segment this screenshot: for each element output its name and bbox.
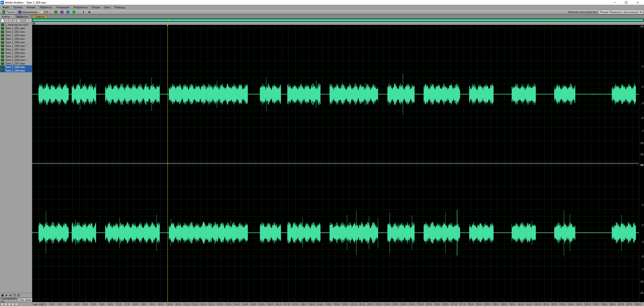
window-maximize-button[interactable] (620, 0, 632, 5)
db-label: -2 (641, 224, 643, 227)
time-tick: 17.5 (292, 302, 292, 306)
window-minimize-button[interactable] (609, 0, 620, 5)
time-tick: 27.0 (451, 302, 451, 306)
view-pan-button[interactable] (65, 10, 71, 14)
show-markers-button[interactable] (15, 303, 18, 306)
file-row[interactable]: Трек 1_008.wav (0, 51, 32, 55)
workspace-label: Рабочее пространство: (568, 11, 598, 14)
preview-autoplay-button[interactable] (9, 294, 12, 297)
tool-marquee-button[interactable] (87, 10, 92, 14)
file-name: Трек 2_008.wav (5, 65, 25, 69)
file-row[interactable]: Трек 2_008.wav (0, 65, 32, 69)
time-tick: 21.0 (350, 302, 351, 306)
file-row[interactable]: Трек 1_002.wav (0, 30, 32, 33)
view-waveform-button[interactable] (53, 10, 59, 14)
window-close-button[interactable] (632, 0, 643, 5)
file-name: Трек 1_008.wav (5, 51, 25, 54)
menu-эффекты[interactable]: Эффекты (37, 5, 54, 9)
file-row[interactable]: Трек 1_001.wav (0, 26, 32, 30)
view-phase-button[interactable] (71, 10, 77, 14)
time-tick: 31.0 (518, 302, 518, 306)
files-close-button[interactable]: ✕ (5, 19, 8, 22)
tool-time-select-button[interactable] (81, 10, 86, 14)
tab-main[interactable]: Главное (32, 15, 47, 18)
panel-tab-close-icon[interactable]: × (11, 15, 12, 18)
menu-правка[interactable]: Правка (11, 5, 25, 9)
time-tick: 19.0 (317, 302, 317, 306)
show-video-button[interactable] (8, 303, 11, 306)
navigator-strip[interactable] (32, 22, 644, 25)
time-tick: 15.5 (259, 302, 259, 306)
time-tick: 6.0 (100, 302, 100, 306)
files-options-button[interactable]: ⋯ (17, 19, 20, 22)
time-tick: 27.5 (459, 302, 459, 306)
time-tick: 28.5 (476, 302, 476, 306)
mode-edit-button[interactable]: Правка (1, 10, 17, 14)
mode-multitrack-label: Мультитрек (22, 11, 37, 14)
file-row[interactable]: Трек 2_009.wav (0, 69, 32, 72)
menu-файл[interactable]: Файл (1, 5, 11, 9)
audio-file-icon (1, 27, 4, 29)
file-row[interactable]: 1_микшир-ие.mp3 (0, 23, 32, 26)
menu-избранное[interactable]: Избранное (71, 5, 90, 9)
view-spectral-button[interactable] (59, 10, 65, 14)
file-name: Трек 2_005.wav (5, 55, 25, 58)
show-loop-button[interactable] (4, 303, 7, 306)
waveform-view[interactable]: dB-1-2-3-5-7-10-15-24 dB-1-2-3-5-7-10-15… (32, 25, 644, 302)
menu-генерация[interactable]: Генерация (54, 5, 71, 9)
time-tick: 3.0 (50, 302, 50, 306)
panel-tab-эффекты[interactable]: Эффекты (14, 15, 30, 18)
time-tick: 23.0 (384, 302, 384, 306)
show-midi-button[interactable] (11, 303, 14, 306)
preview-play-button[interactable] (5, 294, 8, 297)
file-row[interactable]: Трек 2_007.wav (0, 62, 32, 65)
menu-окно[interactable]: Окно (102, 5, 112, 9)
file-row[interactable]: Трек 1_007.wav (0, 48, 32, 51)
mode-multitrack-button[interactable]: Мультитрек (17, 10, 38, 14)
time-ruler[interactable]: чмс (m) 2.53.03.54.04.55.05.56.06.57.07.… (32, 302, 644, 306)
files-insert-button[interactable]: ⎘ (9, 19, 12, 22)
preview-volume-knob[interactable] (17, 294, 20, 297)
navigator-handle[interactable] (33, 22, 35, 25)
preview-loop-button[interactable] (13, 294, 16, 297)
audio-file-icon (1, 66, 4, 68)
time-tick: 28.0 (467, 302, 468, 306)
app-logo-icon: Au (1, 1, 4, 4)
file-row[interactable]: Трек 1_004.wav (0, 37, 32, 41)
file-row[interactable]: Трек 1_005.wav (0, 41, 32, 44)
menu-режим[interactable]: Режим (25, 5, 37, 9)
menu-помощь[interactable]: Помощь (112, 5, 127, 9)
time-tick: 37.0 (618, 302, 618, 306)
overview-bar[interactable] (32, 19, 644, 22)
workspace-select[interactable]: Режим Правка(по умолчанию) (599, 10, 643, 14)
preview-stop-button[interactable] (1, 294, 4, 297)
time-tick: 34.0 (568, 302, 568, 306)
file-row[interactable]: Трек 2_006.wav * (0, 58, 32, 62)
file-row[interactable]: Трек 2_005.wav (0, 55, 32, 58)
waveform-canvas[interactable] (32, 25, 639, 302)
time-tick: 24.5 (409, 302, 409, 306)
file-name: Трек 1_007.wav (5, 48, 25, 51)
files-edit-button[interactable]: ✎ (13, 19, 16, 22)
db-label: -3 (641, 102, 643, 105)
file-list[interactable]: 1_микшир-ие.mp3Трек 1_001.wavТрек 1_002.… (0, 23, 32, 293)
time-tick: 19.5 (326, 302, 326, 306)
panel-tab-файлы[interactable]: Файлы× (0, 15, 14, 18)
overview-range (33, 19, 643, 21)
file-row[interactable]: Трек 1_006.wav * (0, 44, 32, 48)
time-tick: 18.0 (300, 302, 301, 306)
time-tick: 30.5 (509, 302, 509, 306)
time-tick: 16.0 (267, 302, 267, 306)
show-audio-button[interactable] (1, 303, 4, 306)
files-import-button[interactable]: 📄 (1, 19, 4, 22)
db-label: -15 (639, 291, 643, 294)
audio-file-icon (1, 23, 4, 26)
svg-rect-8 (11, 294, 12, 296)
db-label: -1 (641, 65, 643, 68)
audio-file-icon (1, 69, 4, 72)
file-row[interactable]: Трек 1_003.wav (0, 33, 32, 37)
time-tick: 36.5 (610, 302, 610, 306)
menu-опции[interactable]: Опции (90, 5, 102, 9)
files-fulllist-toggle[interactable]: ⇲ (26, 19, 31, 22)
mode-cd-button[interactable]: CD (39, 10, 49, 14)
